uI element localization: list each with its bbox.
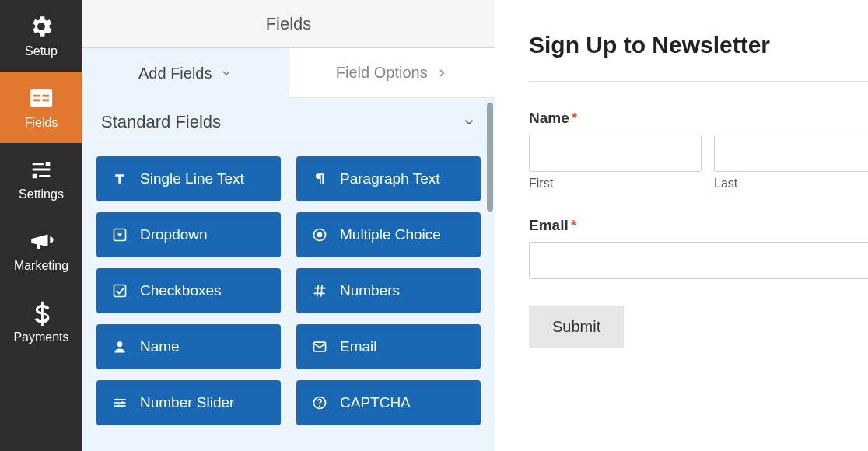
paragraph-icon [312, 171, 327, 187]
label-text: Email [529, 217, 569, 233]
first-name-input[interactable] [529, 135, 702, 172]
field-label: Name [140, 338, 180, 355]
field-dropdown[interactable]: Dropdown [96, 212, 281, 257]
chevron-right-icon [436, 67, 448, 79]
sidebar-item-label: Marketing [14, 259, 68, 273]
svg-point-14 [117, 405, 120, 407]
field-numbers[interactable]: Numbers [296, 268, 481, 313]
svg-rect-1 [33, 95, 40, 97]
submit-button[interactable]: Submit [529, 306, 624, 348]
email-input[interactable] [529, 242, 868, 279]
divider [101, 142, 476, 142]
field-checkboxes[interactable]: Checkboxes [96, 268, 281, 313]
tabs: Add Fields Field Options [82, 48, 495, 98]
section-title: Standard Fields [101, 112, 221, 132]
last-sublabel: Last [714, 177, 868, 191]
bullhorn-icon [28, 228, 54, 254]
svg-point-16 [319, 405, 320, 407]
tab-label: Field Options [336, 64, 428, 82]
field-multiple-choice[interactable]: Multiple Choice [296, 212, 481, 257]
svg-rect-0 [30, 89, 52, 107]
tab-field-options[interactable]: Field Options [289, 48, 495, 98]
svg-rect-3 [42, 95, 49, 97]
help-icon [312, 395, 327, 411]
name-field-block: Name* First Last [529, 110, 868, 191]
first-name-col: First [529, 135, 702, 191]
last-name-col: Last [714, 135, 868, 191]
center-title: Fields [266, 14, 312, 34]
field-label: Numbers [340, 282, 400, 299]
preview-title: Sign Up to Newsletter [529, 31, 868, 59]
hash-icon [312, 283, 327, 299]
required-asterisk: * [571, 217, 576, 233]
field-label: Multiple Choice [340, 226, 441, 243]
section-header[interactable]: Standard Fields [96, 98, 481, 142]
sidebar-item-payments[interactable]: Payments [0, 286, 82, 358]
last-name-input[interactable] [714, 135, 868, 172]
first-sublabel: First [529, 177, 702, 191]
field-label: CAPTCHA [340, 394, 411, 411]
form-icon [28, 85, 54, 111]
chevron-down-icon [220, 67, 233, 79]
name-label: Name* [529, 110, 868, 127]
field-label: Paragraph Text [340, 170, 440, 187]
chevron-down-icon [462, 115, 476, 129]
app-root: Setup Fields Settings Marketing Payments [0, 0, 868, 451]
svg-rect-2 [33, 99, 40, 101]
center-panel: Fields Add Fields Field Options Standard… [82, 0, 495, 451]
sidebar-item-setup[interactable]: Setup [0, 0, 82, 72]
sidebar-item-marketing[interactable]: Marketing [0, 215, 82, 286]
dollar-icon [28, 299, 54, 326]
field-single-line-text[interactable]: Single Line Text [96, 156, 281, 201]
svg-point-10 [117, 341, 123, 347]
gear-icon [28, 13, 54, 40]
text-icon [112, 171, 128, 187]
sliders-icon [28, 156, 54, 183]
sidebar-item-label: Payments [13, 330, 68, 344]
email-field-block: Email* [529, 217, 868, 279]
svg-rect-9 [114, 285, 126, 297]
svg-marker-6 [117, 233, 123, 236]
center-header: Fields [82, 0, 495, 48]
sidebar-item-label: Fields [25, 116, 58, 130]
dropdown-icon [112, 227, 128, 243]
field-label: Email [340, 338, 377, 355]
sidebar-item-settings[interactable]: Settings [0, 143, 82, 215]
svg-point-8 [317, 232, 323, 238]
slider-icon [112, 395, 128, 411]
field-grid: Single Line Text Paragraph Text Dropdown… [96, 156, 481, 425]
tab-label: Add Fields [138, 65, 212, 82]
svg-rect-4 [42, 99, 49, 101]
field-label: Single Line Text [140, 170, 244, 187]
field-number-slider[interactable]: Number Slider [96, 380, 281, 425]
envelope-icon [312, 339, 327, 355]
email-label: Email* [529, 217, 868, 234]
sidebar: Setup Fields Settings Marketing Payments [0, 0, 82, 451]
radio-icon [312, 227, 327, 243]
field-email[interactable]: Email [296, 324, 481, 369]
svg-point-12 [116, 398, 118, 400]
scrollbar[interactable] [487, 103, 493, 212]
field-name[interactable]: Name [96, 324, 281, 369]
fields-panel: Standard Fields Single Line Text Paragra… [82, 98, 495, 451]
svg-point-13 [121, 401, 124, 404]
field-paragraph-text[interactable]: Paragraph Text [296, 156, 481, 201]
name-row: First Last [529, 135, 868, 191]
field-label: Dropdown [140, 226, 208, 243]
preview-wrap: Sign Up to Newsletter Name* First Last [495, 0, 868, 451]
sidebar-item-fields[interactable]: Fields [0, 72, 82, 143]
form-preview: Sign Up to Newsletter Name* First Last [495, 0, 868, 451]
divider [529, 81, 868, 82]
field-captcha[interactable]: CAPTCHA [296, 380, 481, 425]
label-text: Name [529, 110, 569, 126]
sidebar-item-label: Setup [25, 44, 58, 58]
tab-add-fields[interactable]: Add Fields [82, 48, 289, 98]
field-label: Number Slider [140, 394, 234, 411]
field-label: Checkboxes [140, 282, 222, 299]
checkbox-icon [112, 283, 128, 299]
person-icon [112, 339, 128, 355]
sidebar-item-label: Settings [19, 187, 64, 201]
required-asterisk: * [572, 110, 577, 126]
